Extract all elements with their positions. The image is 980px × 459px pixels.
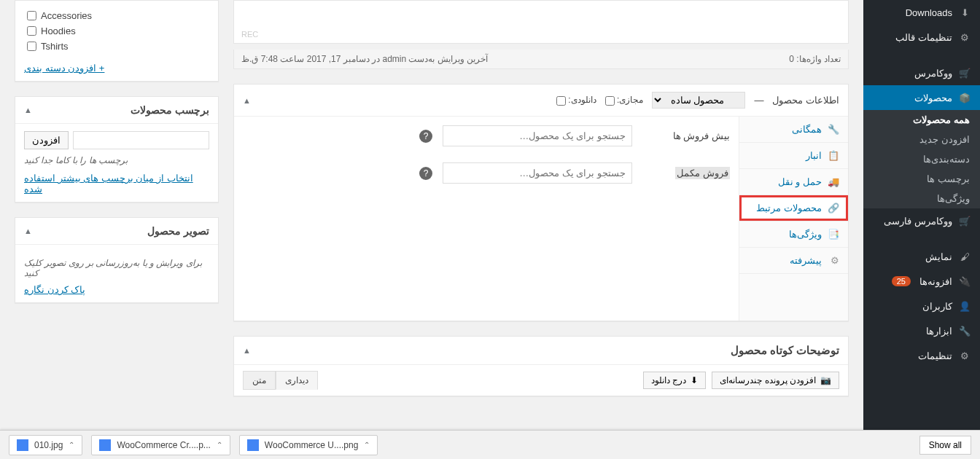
category-checkbox[interactable] [27,26,36,36]
truck-icon: 🚚 [828,176,839,187]
editor-body[interactable]: REC [233,0,849,44]
linked-products-panel: بیش فروش ها ? فروش مکمل ? [234,117,739,321]
help-icon[interactable]: ? [419,167,432,180]
download-icon: ⬇ [958,6,971,19]
menu-woocommerce[interactable]: 🛒 ووکامرس [863,60,980,85]
slider-icon: ⚙ [958,349,971,362]
toggle-panel[interactable]: ▲ [243,96,251,105]
dash: — [754,95,763,106]
menu-woocommerce-fa[interactable]: 🛒 ووکامرس فارسی [863,208,980,233]
upsell-label: بیش فروش ها [642,130,730,141]
editor-status-bar: تعداد واژه‌ها: 0 آخرین ویرایش به‌دست adm… [233,50,849,69]
woo-icon: 🛒 [958,214,971,227]
remove-image-link[interactable]: پاک کردن نگاره [24,284,85,295]
toggle-panel[interactable]: ▲ [243,346,251,355]
menu-settings[interactable]: ⚙ تنظیمات [863,343,980,368]
tab-shipping[interactable]: 🚚حمل و نقل [739,169,848,195]
choose-tags-link[interactable]: انتخاب از میان برچسب های بیشتر استفاده ش… [24,173,193,195]
list-icon: 📑 [828,229,839,240]
tab-general[interactable]: 🔧همگانی [739,117,848,143]
downloadable-checkbox[interactable] [556,96,566,106]
add-media-button[interactable]: 📷 افزودن پرونده چندرسانه‌ای [712,372,839,389]
menu-label: تنظیمات [918,350,952,361]
menu-label: ابزارها [926,326,952,337]
menu-theme-settings[interactable]: ⚙ تنظیمات قالب [863,25,980,50]
admin-sidebar: ⬇ Downloads ⚙ تنظیمات قالب 🛒 ووکامرس 📦 م… [863,0,980,430]
category-item: Hoodies [24,23,209,39]
product-data-title: اطلاعات محصول [772,95,839,106]
tag-hint: برچسب ها را با کاما جدا کنید [24,155,209,165]
tab-label: حمل و نقل [778,176,822,187]
toggle-panel[interactable]: ▲ [24,106,32,114]
menu-label: ووکامرس فارسی [884,216,952,227]
wrench-icon: 🔧 [828,124,839,135]
content-area: REC تعداد واژه‌ها: 0 آخرین ویرایش به‌دست… [0,0,863,430]
menu-label: تنظیمات قالب [895,32,952,43]
insert-download-button[interactable]: ⬇ درج دانلود [643,372,706,389]
menu-label: نمایش [925,251,952,262]
submenu-all-products[interactable]: همه محصولات [863,110,980,130]
image-hint: برای ویرایش و یا به‌روزرسانی بر روی تصوی… [24,258,209,278]
tab-attributes[interactable]: 📑ویژگی‌ها [739,221,848,248]
tab-label: محصولات مرتبط [756,203,822,213]
cog-icon: ⚙ [958,31,971,44]
plug-icon: 🔌 [958,275,971,288]
tab-advanced[interactable]: ⚙پیشرفته [739,248,848,274]
add-category-link[interactable]: + افزودن دسته بندی [24,63,104,74]
crosssell-label: فروش مکمل [642,168,730,178]
add-tag-button[interactable]: افزودن [24,131,69,149]
menu-plugins[interactable]: 🔌 افزونه‌ها 25 [863,269,980,294]
virtual-checkbox[interactable] [605,96,615,106]
upsell-search[interactable] [443,125,632,146]
category-label: Accessories [41,10,92,21]
category-label: Tshirts [41,41,69,52]
category-item: Tshirts [24,39,209,54]
category-label: Hoodies [41,26,76,36]
word-count: تعداد واژه‌ها: 0 [789,54,841,64]
menu-appearance[interactable]: 🖌 نمایش [863,244,980,269]
product-data-box: اطلاعات محصول — محصول ساده مجازی: دانلود… [233,84,849,321]
tags-title: برچسب محصولات [131,104,209,116]
short-desc-title: توضیحات کوتاه محصول [731,344,839,357]
box-icon: 📦 [958,91,971,104]
categories-box: Accessories Hoodies Tshirts + افزودن دست… [15,0,219,82]
crosssell-search[interactable] [443,162,632,184]
brush-icon: 🖌 [958,250,971,263]
submenu-attributes[interactable]: ویژگی‌ها [863,189,980,208]
tab-label: همگانی [792,124,822,135]
category-checkbox[interactable] [27,42,36,51]
menu-users[interactable]: 👤 کاربران [863,294,980,318]
menu-products[interactable]: 📦 محصولات [863,85,980,110]
tags-box: برچسب محصولات ▲ افزودن برچسب ها را با کا… [15,96,219,203]
submenu-categories[interactable]: دسته‌بندی‌ها [863,149,980,169]
editor-tab-text[interactable]: متن [243,371,276,390]
downloadable-label: دانلودی: [556,95,596,105]
menu-tools[interactable]: 🔧 ابزارها [863,318,980,343]
menu-label: Downloads [906,7,952,18]
product-image-box: تصویر محصول ▲ برای ویرایش و یا به‌روزرسا… [15,217,219,303]
tab-linked-products[interactable]: 🔗محصولات مرتبط [739,195,848,221]
wrench-icon: 🔧 [958,324,971,337]
camera-icon: 📷 [820,375,831,385]
help-icon[interactable]: ? [419,130,432,143]
product-type-select[interactable]: محصول ساده [652,92,745,109]
tab-label: ویژگی‌ها [789,229,822,240]
submenu-add-new[interactable]: افزودن جدید [863,130,980,149]
menu-label: کاربران [922,301,952,312]
toggle-panel[interactable]: ▲ [24,227,32,235]
download-icon: ⬇ [691,375,698,385]
tag-input[interactable] [73,131,209,149]
tab-inventory[interactable]: 📋انبار [739,143,848,169]
clipboard-icon: 📋 [828,150,839,161]
users-icon: 👤 [958,299,971,313]
cog-icon: ⚙ [828,255,839,266]
tab-label: پیشرفته [790,255,822,266]
link-icon: 🔗 [828,203,839,213]
plugin-count-badge: 25 [892,276,911,286]
tab-label: انبار [806,150,822,161]
menu-downloads[interactable]: ⬇ Downloads [863,0,980,25]
rec-icon: REC [241,30,258,39]
submenu-tags[interactable]: برچسب ها [863,169,980,189]
category-checkbox[interactable] [27,11,36,20]
editor-tab-visual[interactable]: دیداری [276,371,318,390]
